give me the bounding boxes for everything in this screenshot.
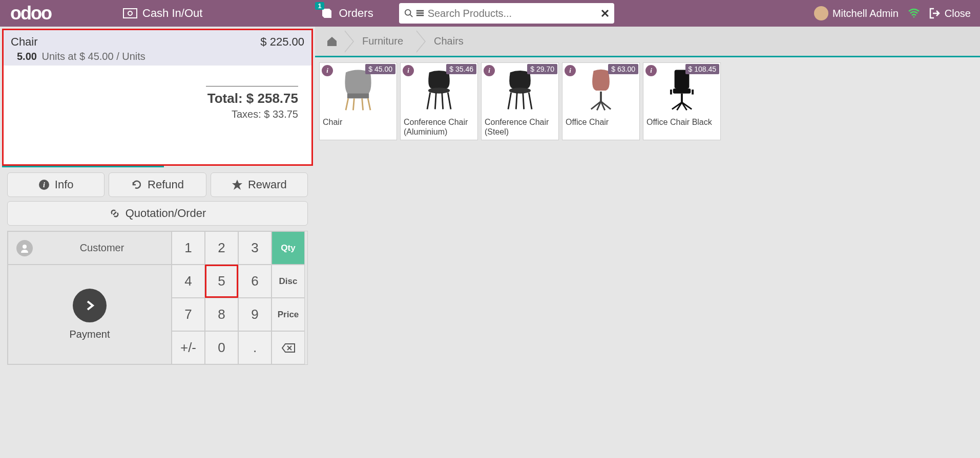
undo-icon	[131, 179, 142, 190]
orders-label: Orders	[339, 7, 373, 20]
top-right-area: Mitchell Admin Close	[814, 6, 980, 20]
svg-point-12	[23, 245, 27, 249]
customer-label: Customer	[41, 242, 163, 254]
action-pad: i Info Refund Reward Quotation/Order	[0, 167, 315, 231]
logout-icon	[929, 8, 941, 19]
product-name: Chair	[320, 115, 397, 137]
product-price: $ 29.70	[527, 64, 557, 74]
product-panel: Furniture Chairs i $ 45.00 Chair i $ 35.…	[315, 27, 980, 458]
numpad-7[interactable]: 7	[172, 298, 205, 331]
product-name: Conference Chair (Steel)	[482, 115, 558, 140]
reward-button[interactable]: Reward	[211, 172, 308, 197]
product-card[interactable]: i $ 45.00 Chair	[319, 62, 397, 140]
product-info-icon[interactable]: i	[403, 65, 414, 76]
product-price: $ 35.46	[446, 64, 476, 74]
close-label: Close	[945, 8, 971, 19]
svg-point-1	[128, 11, 132, 15]
svg-rect-0	[123, 9, 137, 18]
svg-rect-5	[416, 12, 423, 14]
numpad-2[interactable]: 2	[205, 231, 238, 265]
numpad-9[interactable]: 9	[238, 298, 272, 331]
svg-line-19	[368, 98, 370, 110]
numpad-sign[interactable]: +/-	[172, 331, 205, 364]
svg-rect-15	[347, 94, 369, 99]
order-lines-area: Chair $ 225.00 5.00 Units at $ 45.00 / U…	[2, 29, 313, 166]
top-bar: odoo Cash In/Out 1 Orders Mitchell Admin…	[0, 0, 980, 27]
numpad-5[interactable]: 5	[205, 265, 238, 298]
product-card[interactable]: i $ 108.45 Office Chair Black	[643, 62, 721, 140]
numpad: Customer 1 2 3 Qty Payment 4 5 6 Disc	[0, 231, 315, 365]
svg-line-27	[529, 93, 532, 110]
total-value: $ 258.75	[246, 91, 298, 106]
customer-button[interactable]: Customer	[8, 231, 172, 265]
svg-line-24	[442, 93, 443, 110]
chevron-right-icon	[73, 289, 107, 322]
mode-qty-button[interactable]: Qty	[272, 231, 305, 265]
order-panel: Chair $ 225.00 5.00 Units at $ 45.00 / U…	[0, 27, 315, 458]
product-price: $ 108.45	[685, 64, 720, 74]
refund-button[interactable]: Refund	[109, 172, 206, 197]
user-menu[interactable]: Mitchell Admin	[814, 6, 899, 20]
numpad-0[interactable]: 0	[205, 331, 238, 364]
cash-in-out-button[interactable]: Cash In/Out	[113, 0, 213, 27]
numpad-3[interactable]: 3	[238, 231, 272, 265]
orders-button[interactable]: 1 Orders	[310, 0, 383, 27]
numpad-4[interactable]: 4	[172, 265, 205, 298]
product-name: Conference Chair (Aluminium)	[401, 115, 477, 140]
product-info-icon[interactable]: i	[322, 65, 333, 76]
wifi-icon	[908, 8, 920, 18]
close-button[interactable]: Close	[929, 8, 971, 19]
svg-text:i: i	[43, 181, 45, 189]
breadcrumb-chairs[interactable]: Chairs	[416, 30, 477, 53]
breadcrumb-home[interactable]	[319, 30, 345, 53]
product-info-icon[interactable]: i	[565, 65, 576, 76]
product-info-icon[interactable]: i	[484, 65, 495, 76]
quotation-order-button[interactable]: Quotation/Order	[7, 201, 308, 226]
total-label: Total:	[207, 91, 243, 106]
numpad-backspace[interactable]	[272, 331, 305, 364]
product-card[interactable]: i $ 63.00 Office Chair	[562, 62, 640, 140]
mode-disc-button[interactable]: Disc	[272, 265, 305, 298]
mode-price-button[interactable]: Price	[272, 298, 305, 331]
search-field[interactable]	[399, 3, 614, 24]
tax-value: $ 33.75	[264, 108, 298, 120]
product-info-icon[interactable]: i	[645, 65, 657, 76]
barcode-icon	[415, 9, 425, 18]
line-qty: 5.00	[17, 51, 37, 62]
product-name: Office Chair	[562, 115, 639, 137]
svg-point-2	[405, 10, 410, 15]
svg-line-28	[516, 93, 517, 110]
breadcrumb: Furniture Chairs	[315, 27, 980, 57]
numpad-dot[interactable]: .	[238, 331, 272, 364]
avatar	[814, 6, 828, 20]
username: Mitchell Admin	[832, 8, 899, 19]
payment-button[interactable]: Payment	[8, 265, 172, 364]
svg-line-26	[508, 93, 511, 110]
numpad-6[interactable]: 6	[238, 265, 272, 298]
product-price: $ 45.00	[365, 64, 395, 74]
svg-line-17	[353, 98, 354, 110]
link-icon	[109, 208, 120, 219]
svg-point-25	[509, 88, 531, 94]
svg-line-23	[435, 93, 436, 110]
cash-icon	[123, 8, 137, 18]
search-icon	[404, 9, 413, 18]
info-button[interactable]: i Info	[7, 172, 105, 197]
home-icon	[325, 35, 339, 48]
svg-rect-36	[673, 89, 691, 94]
info-icon: i	[38, 179, 50, 190]
svg-point-9	[913, 16, 914, 18]
numpad-8[interactable]: 8	[205, 298, 238, 331]
numpad-1[interactable]: 1	[172, 231, 205, 265]
clear-search-icon[interactable]	[601, 9, 609, 17]
logo: odoo	[0, 3, 113, 24]
user-icon	[16, 240, 33, 256]
line-details: 5.00 Units at $ 45.00 / Units	[11, 51, 304, 62]
product-card[interactable]: i $ 29.70 Conference Chair (Steel)	[481, 62, 559, 140]
search-input[interactable]	[425, 8, 601, 19]
svg-line-18	[362, 98, 363, 110]
breadcrumb-furniture[interactable]: Furniture	[345, 30, 416, 53]
order-line[interactable]: Chair $ 225.00 5.00 Units at $ 45.00 / U…	[4, 30, 311, 66]
product-card[interactable]: i $ 35.46 Conference Chair (Aluminium)	[400, 62, 478, 140]
svg-line-21	[427, 93, 430, 110]
